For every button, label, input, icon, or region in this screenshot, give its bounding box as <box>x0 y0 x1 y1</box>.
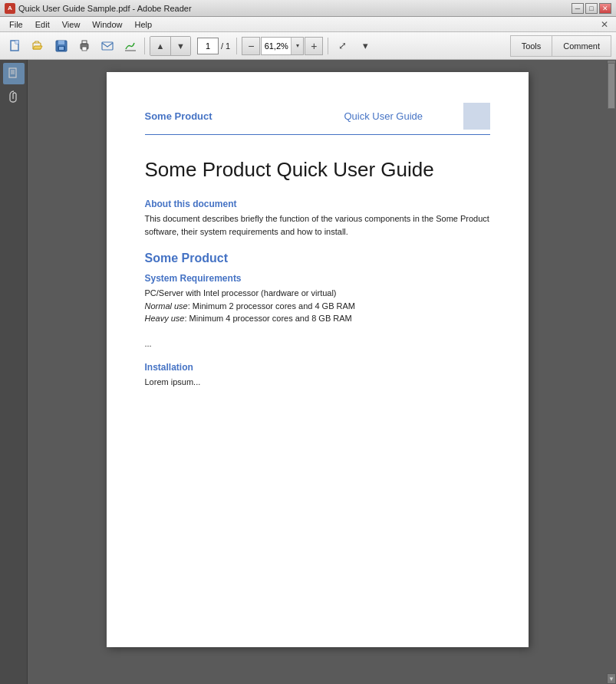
open-button[interactable] <box>28 36 49 56</box>
title-bar: A Quick User Guide Sample.pdf - Adobe Re… <box>0 0 616 17</box>
system-req-section: System Requirements PC/Server with Intel… <box>145 273 490 348</box>
chevron-down-icon: ▾ <box>363 40 368 51</box>
heavy-use-label: Heavy use <box>145 314 185 323</box>
expand-button[interactable]: ⤢ <box>331 36 353 56</box>
window-controls[interactable]: ─ □ ✕ <box>572 3 611 14</box>
system-req-line2: Normal use: Minimum 2 processor cores an… <box>145 300 490 313</box>
attach-icon <box>8 90 19 103</box>
main-area: Some Product Quick User Guide Some Produ… <box>0 60 616 684</box>
installation-heading: Installation <box>145 362 490 373</box>
page-number-input[interactable] <box>197 38 219 54</box>
sign-button[interactable] <box>120 36 141 56</box>
zoom-dropdown-button[interactable]: ▾ <box>291 38 303 54</box>
normal-use-label: Normal use <box>145 301 188 311</box>
installation-body: Lorem ipsum... <box>145 376 490 389</box>
pdf-page: Some Product Quick User Guide Some Produ… <box>107 72 529 647</box>
close-button[interactable]: ✕ <box>599 3 611 14</box>
menu-bar: File Edit View Window Help ✕ <box>0 17 616 32</box>
expand-dropdown-button[interactable]: ▾ <box>354 36 376 56</box>
pdf-header: Some Product Quick User Guide <box>145 103 490 135</box>
nav-down-button[interactable]: ▼ <box>170 37 190 55</box>
menu-window[interactable]: Window <box>86 18 128 31</box>
new-button[interactable] <box>5 36 26 56</box>
toolbar-separator-2 <box>236 38 237 54</box>
installation-section: Installation Lorem ipsum... <box>145 362 490 389</box>
toolbar-separator-1 <box>144 38 145 54</box>
svg-rect-10 <box>102 42 113 50</box>
zoom-group: − ▾ + <box>242 37 323 55</box>
pdf-logo <box>463 103 490 130</box>
about-section: About this document This document descri… <box>145 199 490 238</box>
email-button[interactable] <box>97 36 118 56</box>
menu-edit[interactable]: Edit <box>29 18 56 31</box>
toolbar-right: Tools Comment <box>510 35 611 57</box>
menubar-close[interactable]: ✕ <box>596 19 613 30</box>
about-heading: About this document <box>145 199 490 209</box>
pages-icon <box>8 67 20 80</box>
system-req-line1: PC/Server with Intel processor (hardware… <box>145 287 490 300</box>
zoom-in-button[interactable]: + <box>305 37 323 55</box>
comment-button[interactable]: Comment <box>552 35 611 57</box>
system-req-body: PC/Server with Intel processor (hardware… <box>145 287 490 325</box>
window-title: Quick User Guide Sample.pdf - Adobe Read… <box>18 4 192 13</box>
save-button[interactable] <box>51 36 72 56</box>
title-bar-left: A Quick User Guide Sample.pdf - Adobe Re… <box>5 3 192 14</box>
pdf-header-product: Some Product <box>145 110 305 122</box>
scroll-thumb[interactable] <box>608 63 615 109</box>
heavy-use-text: : Minimum 4 processor cores and 8 GB RAM <box>184 314 351 323</box>
svg-rect-6 <box>59 47 64 50</box>
menu-view[interactable]: View <box>56 18 87 31</box>
app-icon: A <box>5 3 15 14</box>
pdf-header-guide: Quick User Guide <box>304 110 463 122</box>
svg-rect-4 <box>58 41 64 44</box>
pdf-title: Some Product Quick User Guide <box>145 158 490 182</box>
pdf-scroll-area[interactable]: Some Product Quick User Guide Some Produ… <box>28 60 607 684</box>
maximize-button[interactable]: □ <box>585 3 598 14</box>
system-req-ellipsis: ... <box>145 339 490 348</box>
nav-group[interactable]: ▲ ▼ <box>150 36 191 56</box>
toolbar-separator-3 <box>328 38 328 54</box>
page-total: / 1 <box>221 41 230 51</box>
sidebar-pages-button[interactable] <box>3 63 25 84</box>
page-input-group: / 1 <box>197 38 230 54</box>
sidebar-attach-button[interactable] <box>3 86 25 107</box>
minimize-button[interactable]: ─ <box>572 3 584 14</box>
system-req-line3: Heavy use: Minimum 4 processor cores and… <box>145 312 490 325</box>
svg-rect-12 <box>9 68 16 77</box>
nav-up-button[interactable]: ▲ <box>150 37 170 55</box>
menu-file[interactable]: File <box>3 18 29 31</box>
svg-rect-1 <box>15 41 18 44</box>
zoom-input[interactable] <box>262 38 291 54</box>
system-req-heading: System Requirements <box>145 273 490 284</box>
svg-rect-8 <box>82 41 87 44</box>
print-button[interactable] <box>74 36 95 56</box>
product-heading: Some Product <box>145 252 490 265</box>
left-sidebar <box>0 60 28 684</box>
toolbar: ▲ ▼ / 1 − ▾ + ⤢ ▾ Tools Comment <box>0 32 616 60</box>
normal-use-text: : Minimum 2 processor cores and 4 GB RAM <box>188 301 355 311</box>
zoom-input-wrap[interactable]: ▾ <box>261 37 304 55</box>
expand-icon: ⤢ <box>338 40 347 51</box>
tools-button[interactable]: Tools <box>510 35 552 57</box>
about-body: This document describes briefly the func… <box>145 212 490 238</box>
right-scrollbar[interactable]: ▲ ▼ <box>607 60 616 684</box>
menu-help[interactable]: Help <box>128 18 158 31</box>
svg-rect-9 <box>82 47 87 51</box>
zoom-out-button[interactable]: − <box>242 37 260 55</box>
scroll-down-arrow[interactable]: ▼ <box>607 673 616 684</box>
